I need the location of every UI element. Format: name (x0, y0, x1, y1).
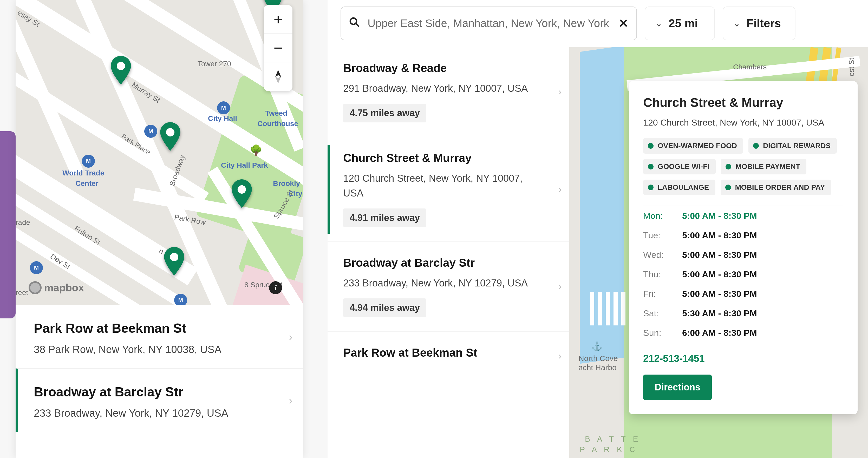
left-list-item[interactable]: Park Row at Beekman St 38 Park Row, New … (16, 305, 303, 368)
list-item-title: Broadway at Barclay Str (34, 385, 290, 399)
tree-icon: 🌳 (250, 144, 262, 156)
result-item[interactable]: Broadway & Reade291 Broadway, New York, … (328, 47, 569, 137)
chevron-down-icon: ⌄ (656, 19, 662, 28)
left-list-item[interactable]: Broadway at Barclay Str 233 Broadway, Ne… (16, 368, 303, 432)
directions-button[interactable]: Directions (643, 374, 712, 400)
hours-day: Thu: (643, 269, 682, 279)
svg-point-4 (170, 253, 178, 261)
left-list: Park Row at Beekman St 38 Park Row, New … (16, 305, 303, 458)
hours-table: Mon:5:00 AM - 8:30 PMTue:5:00 AM - 8:30 … (643, 206, 843, 343)
amenity-label: LABOULANGE (658, 183, 709, 191)
list-item-address: 38 Park Row, New York, NY 10038, USA (34, 344, 290, 355)
hours-row: Mon:5:00 AM - 8:30 PM (643, 206, 843, 225)
amenity-label: MOBILE ORDER AND PAY (735, 183, 825, 191)
detail-phone[interactable]: 212-513-1451 (643, 353, 843, 364)
result-title: Broadway at Barclay Str (343, 256, 556, 269)
compass-button[interactable] (264, 62, 292, 91)
amenity-tag: MOBILE PAYMENT (721, 159, 806, 175)
filters-label: Filters (747, 17, 781, 30)
zoom-in-button[interactable]: + (264, 5, 292, 34)
amenity-tag: DIGITAL REWARDS (748, 138, 837, 154)
chevron-down-icon: ⌄ (734, 19, 740, 28)
svg-point-0 (117, 62, 125, 70)
amenity-tag: OVEN-WARMED FOOD (643, 138, 743, 154)
mapbox-icon (29, 281, 41, 294)
mta-icon: M (30, 261, 43, 274)
anchor-icon: ⚓ (591, 341, 602, 352)
svg-marker-6 (275, 76, 281, 84)
hours-row: Wed:5:00 AM - 8:30 PM (643, 245, 843, 265)
amenity-dot-icon (648, 143, 654, 149)
chevron-right-icon: › (558, 350, 561, 362)
map-pin[interactable] (231, 179, 252, 208)
amenity-label: MOBILE PAYMENT (736, 162, 800, 171)
map-pin[interactable] (111, 56, 131, 85)
result-title: Park Row at Beekman St (343, 346, 556, 359)
decoration-left (0, 131, 16, 318)
chevron-right-icon: › (558, 87, 561, 97)
amenity-tag: MOBILE ORDER AND PAY (721, 180, 831, 195)
mta-icon: M (144, 125, 157, 138)
hours-time: 5:30 AM - 8:30 PM (682, 308, 757, 318)
list-item-address: 233 Broadway, New York, NY 10279, USA (34, 407, 290, 419)
filters-dropdown[interactable]: ⌄ Filters (723, 6, 796, 40)
result-title: Church Street & Murray (343, 152, 556, 164)
result-item[interactable]: Church Street & Murray120 Church Street,… (328, 137, 569, 242)
chevron-right-icon: › (289, 331, 292, 343)
map-pin[interactable] (160, 122, 181, 151)
map-pin[interactable] (164, 247, 185, 276)
result-distance: 4.94 miles away (343, 298, 426, 317)
chevron-right-icon: › (558, 184, 561, 195)
hours-time: 5:00 AM - 8:30 PM (682, 250, 757, 260)
result-distance: 4.91 miles away (343, 209, 426, 227)
svg-point-2 (238, 185, 246, 194)
detail-address: 120 Church Street, New York, NY 10007, U… (643, 118, 843, 128)
mta-icon: M (174, 294, 187, 305)
result-item[interactable]: Broadway at Barclay Str233 Broadway, New… (328, 242, 569, 331)
result-title: Broadway & Reade (343, 62, 556, 74)
hours-row: Sat:5:30 AM - 8:30 PM (643, 304, 843, 323)
result-address: 120 Church Street, New York, NY 10007, U… (343, 171, 535, 201)
hours-time: 5:00 AM - 8:30 PM (682, 211, 757, 221)
amenity-label: GOOGLE WI-FI (658, 162, 709, 171)
amenity-label: OVEN-WARMED FOOD (658, 142, 737, 150)
result-list: Broadway & Reade291 Broadway, New York, … (328, 47, 569, 458)
right-body: Chambers est St ⚓ North Cove acht Harbo … (328, 47, 868, 458)
svg-point-1 (166, 128, 175, 136)
amenity-dot-icon (648, 185, 654, 190)
amenity-tag: LABOULANGE (643, 180, 715, 195)
amenity-dot-icon (753, 143, 759, 149)
hours-row: Sun:6:00 AM - 8:30 PM (643, 323, 843, 343)
detail-title: Church Street & Murray (643, 95, 843, 110)
mapbox-label: mapbox (44, 282, 84, 294)
search-icon (349, 17, 360, 30)
hours-day: Mon: (643, 211, 682, 221)
search-bar-row: Upper East Side, Manhattan, New York, Ne… (328, 0, 868, 47)
left-panel: esey St Murray St Park Place Broadway Pa… (16, 0, 303, 458)
result-item[interactable]: Park Row at Beekman St› (328, 331, 569, 380)
mapbox-logo: mapbox (29, 281, 84, 294)
hours-row: Thu:5:00 AM - 8:30 PM (643, 265, 843, 284)
search-input[interactable]: Upper East Side, Manhattan, New York, Ne… (341, 6, 637, 40)
radius-label: 25 mi (669, 17, 698, 30)
amenity-dot-icon (725, 185, 731, 190)
radius-dropdown[interactable]: ⌄ 25 mi (645, 6, 715, 40)
result-distance: 4.75 miles away (343, 104, 426, 122)
clear-search-button[interactable]: ✕ (618, 17, 628, 30)
hours-day: Sun: (643, 328, 682, 338)
mta-icon: M (82, 155, 95, 167)
hours-day: Wed: (643, 250, 682, 260)
svg-marker-5 (275, 70, 281, 77)
amenity-dot-icon (648, 164, 654, 170)
hours-row: Fri:5:00 AM - 8:30 PM (643, 284, 843, 304)
result-address: 233 Broadway, New York, NY 10279, USA (343, 276, 535, 291)
detail-card: Church Street & Murray 120 Church Street… (629, 81, 858, 414)
left-map[interactable]: esey St Murray St Park Place Broadway Pa… (16, 0, 303, 305)
zoom-out-button[interactable]: − (264, 34, 292, 62)
map-info-button[interactable]: i (269, 281, 282, 294)
mta-icon: M (217, 101, 230, 114)
hours-day: Fri: (643, 289, 682, 299)
hours-row: Tue:5:00 AM - 8:30 PM (643, 225, 843, 245)
hours-time: 6:00 AM - 8:30 PM (682, 328, 757, 338)
chevron-right-icon: › (289, 395, 292, 406)
